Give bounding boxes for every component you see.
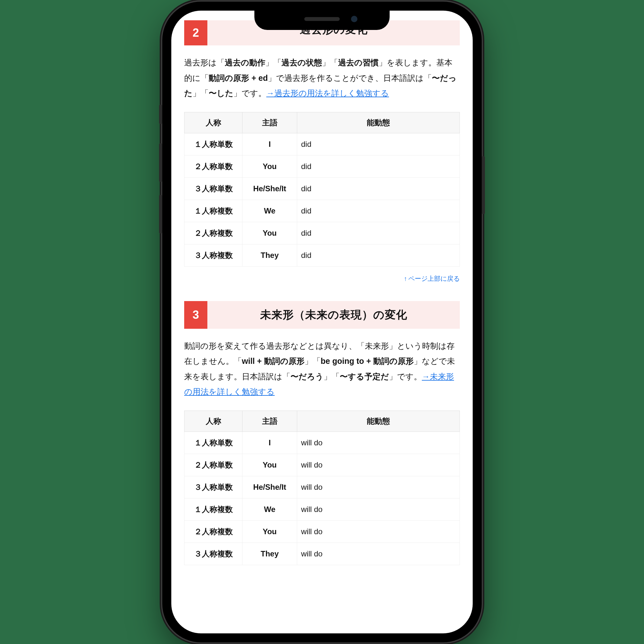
table-header-row: 人称 主語 能動態 — [185, 411, 460, 431]
power-button — [482, 156, 485, 214]
past-tense-detail-link[interactable]: →過去形の用法を詳しく勉強する — [266, 89, 389, 98]
bold-text: 過去の動作 — [225, 58, 265, 67]
bold-text: be going to + 動詞の原形 — [321, 356, 414, 365]
text: 」「 — [193, 89, 209, 98]
silence-switch — [159, 105, 162, 124]
cell-subject: We — [242, 498, 297, 520]
cell-subject: They — [242, 244, 297, 266]
cell-subject: You — [242, 222, 297, 244]
cell-subject: He/She/It — [242, 476, 297, 498]
phone-frame: 2 過去形の変化 過去形は「過去の動作」「過去の状態」「過去の習慣」を表します。… — [162, 2, 482, 642]
bold-text: 過去の習慣 — [338, 58, 379, 67]
cell-verb: will do — [297, 543, 460, 565]
table-row: ２人称複数Youdid — [185, 222, 460, 244]
notch-speaker — [304, 17, 340, 21]
table-row: ２人称単数Youdid — [185, 155, 460, 177]
cell-verb: did — [297, 133, 460, 155]
cell-person: ３人称単数 — [185, 476, 242, 498]
cell-subject: You — [242, 155, 297, 177]
table-row: ３人称単数He/She/Itwill do — [185, 476, 460, 498]
table-row: １人称複数Wewill do — [185, 498, 460, 520]
text: 」「 — [322, 58, 338, 67]
th-subject: 主語 — [242, 112, 297, 133]
text: 」で過去形を作ることができ、日本語訳は「 — [268, 73, 432, 82]
cell-verb: will do — [297, 431, 460, 454]
cell-subject: You — [242, 454, 297, 476]
section-title: 未来形（未来の表現）の変化 — [207, 301, 460, 329]
table-row: ３人称単数He/She/Itdid — [185, 177, 460, 200]
table-row: ２人称単数Youwill do — [185, 454, 460, 476]
cell-person: ２人称複数 — [185, 520, 242, 543]
bold-text: 〜する予定だ — [340, 372, 389, 381]
table-row: １人称単数Idid — [185, 133, 460, 155]
text: 」です。 — [233, 89, 266, 98]
back-to-top-link[interactable]: ↑ページ上部に戻る — [184, 274, 460, 283]
back-to-top-label: ページ上部に戻る — [408, 275, 460, 282]
th-voice: 能動態 — [297, 411, 460, 431]
cell-verb: will do — [297, 454, 460, 476]
th-subject: 主語 — [242, 411, 297, 431]
text: 過去形は「 — [184, 58, 225, 67]
table-row: ２人称複数Youwill do — [185, 520, 460, 543]
cell-person: １人称複数 — [185, 200, 242, 222]
cell-verb: did — [297, 200, 460, 222]
cell-person: ２人称複数 — [185, 222, 242, 244]
volume-up-button — [159, 143, 162, 182]
cell-subject: He/She/It — [242, 177, 297, 200]
th-voice: 能動態 — [297, 112, 460, 133]
past-tense-table: 人称 主語 能動態 １人称単数Idid ２人称単数Youdid ３人称単数He/… — [184, 112, 460, 267]
cell-verb: did — [297, 177, 460, 200]
cell-subject: We — [242, 200, 297, 222]
screen[interactable]: 2 過去形の変化 過去形は「過去の動作」「過去の状態」「過去の習慣」を表します。… — [171, 11, 473, 633]
table-row: １人称複数Wedid — [185, 200, 460, 222]
section-2-paragraph: 過去形は「過去の動作」「過去の状態」「過去の習慣」を表します。基本的に「動詞の原… — [184, 55, 460, 101]
section-title: 過去形の変化 — [207, 20, 460, 45]
cell-person: １人称複数 — [185, 498, 242, 520]
cell-verb: will do — [297, 498, 460, 520]
arrow-up-icon: ↑ — [404, 275, 407, 282]
bold-text: 〜した — [209, 89, 233, 98]
cell-verb: did — [297, 155, 460, 177]
page-content: 2 過去形の変化 過去形は「過去の動作」「過去の状態」「過去の習慣」を表します。… — [171, 11, 473, 565]
cell-person: ３人称複数 — [185, 543, 242, 565]
volume-down-button — [159, 195, 162, 233]
section-number-badge: 3 — [184, 301, 207, 329]
cell-person: ２人称単数 — [185, 454, 242, 476]
text: 」です。 — [389, 372, 422, 381]
text: 」「 — [265, 58, 281, 67]
notch-camera — [351, 16, 357, 22]
cell-person: １人称単数 — [185, 431, 242, 454]
cell-person: ３人称複数 — [185, 244, 242, 266]
future-tense-table: 人称 主語 能動態 １人称単数Iwill do ２人称単数Youwill do … — [184, 411, 460, 565]
table-row: ３人称複数Theydid — [185, 244, 460, 266]
cell-verb: will do — [297, 476, 460, 498]
table-header-row: 人称 主語 能動態 — [185, 112, 460, 133]
bold-text: 動詞の原形 + ed — [209, 73, 268, 82]
cell-person: ３人称単数 — [185, 177, 242, 200]
th-person: 人称 — [185, 112, 242, 133]
bold-text: 過去の状態 — [281, 58, 322, 67]
cell-person: ２人称単数 — [185, 155, 242, 177]
text: 」「 — [324, 372, 340, 381]
section-number-badge: 2 — [184, 20, 207, 45]
cell-verb: did — [297, 244, 460, 266]
bold-text: 〜だろう — [290, 372, 324, 381]
text: 」「 — [305, 356, 321, 365]
cell-subject: I — [242, 133, 297, 155]
section-header-2: 2 過去形の変化 — [184, 20, 460, 45]
bold-text: will + 動詞の原形 — [242, 356, 305, 365]
cell-verb: will do — [297, 520, 460, 543]
cell-subject: They — [242, 543, 297, 565]
table-row: １人称単数Iwill do — [185, 431, 460, 454]
th-person: 人称 — [185, 411, 242, 431]
cell-subject: I — [242, 431, 297, 454]
section-header-3: 3 未来形（未来の表現）の変化 — [184, 301, 460, 329]
section-3-paragraph: 動詞の形を変えて作る過去形などとは異なり、「未来形」という時制は存在しません。「… — [184, 338, 460, 400]
cell-subject: You — [242, 520, 297, 543]
cell-verb: did — [297, 222, 460, 244]
cell-person: １人称単数 — [185, 133, 242, 155]
table-row: ３人称複数Theywill do — [185, 543, 460, 565]
